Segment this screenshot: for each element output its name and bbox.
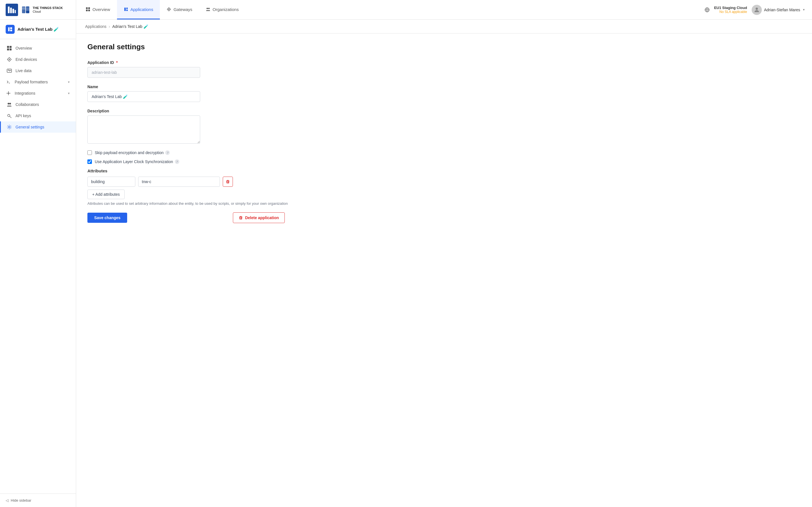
end-devices-icon: [6, 57, 12, 62]
svg-point-33: [9, 59, 10, 60]
description-section: Description: [87, 109, 319, 144]
delete-trash-icon: [239, 216, 243, 220]
sidebar-item-integrations[interactable]: Integrations ▼: [0, 88, 76, 99]
app-icon: [6, 25, 15, 34]
svg-rect-12: [86, 7, 88, 9]
sidebar-nav: Overview End devices Live data: [0, 39, 76, 494]
svg-rect-15: [88, 10, 90, 11]
trash-icon: [226, 180, 230, 184]
collaborators-icon: [6, 102, 12, 107]
svg-point-20: [207, 8, 208, 9]
avatar: [752, 5, 762, 15]
svg-rect-16: [124, 8, 126, 11]
sidebar-item-api-keys[interactable]: API keys: [0, 110, 76, 121]
attribute-value-input[interactable]: [138, 177, 220, 187]
gateways-icon: [167, 7, 171, 11]
nav-organizations[interactable]: Organizations: [199, 0, 246, 19]
globe-icon: [705, 7, 710, 12]
svg-rect-28: [10, 30, 12, 31]
nav-links: Overview Applications Gateways Organizat…: [79, 0, 698, 19]
integrations-expand-icon: ▼: [67, 92, 70, 95]
svg-rect-30: [10, 46, 11, 48]
sidebar-item-end-devices[interactable]: End devices: [0, 54, 76, 65]
alcs-row: Use Application Layer Clock Synchronizat…: [87, 159, 319, 164]
svg-point-40: [8, 126, 10, 128]
sidebar-item-collaborators[interactable]: Collaborators: [0, 99, 76, 110]
skip-payload-label: Skip payload encryption and decryption ?: [95, 151, 170, 155]
nav-overview[interactable]: Overview: [79, 0, 117, 19]
svg-point-36: [8, 93, 9, 94]
sidebar-app-header: Adrian's Test Lab 🧪: [0, 20, 76, 39]
description-label: Description: [87, 109, 319, 113]
sidebar-label-live-data: Live data: [15, 68, 32, 73]
attributes-label: Attributes: [87, 168, 319, 173]
svg-rect-9: [26, 8, 29, 8]
svg-rect-29: [7, 46, 9, 48]
add-attributes-button[interactable]: + Add attributes: [87, 189, 124, 199]
svg-rect-4: [15, 10, 16, 13]
svg-rect-17: [126, 8, 128, 9]
user-profile[interactable]: Adrian-Stefan Mares ▼: [752, 5, 805, 15]
sidebar-label-payload: Payload formatters: [15, 80, 48, 84]
svg-rect-5: [22, 6, 26, 13]
alcs-checkbox[interactable]: [87, 159, 92, 164]
attributes-section: Attributes + Add attributes Attributes c…: [87, 168, 319, 206]
skip-payload-help-icon[interactable]: ?: [165, 151, 170, 155]
applications-icon: [124, 7, 128, 11]
sidebar-label-overview: Overview: [15, 46, 32, 50]
topnav-right: EU1 Staging Cloud No SLA applicable Adri…: [698, 5, 812, 15]
skip-payload-checkbox[interactable]: [87, 151, 92, 155]
svg-rect-31: [7, 48, 9, 50]
description-input[interactable]: [87, 115, 200, 144]
sidebar-item-payload-formatters[interactable]: Payload formatters ▼: [0, 76, 76, 88]
required-marker: *: [116, 60, 117, 65]
organizations-icon: [206, 7, 210, 11]
delete-application-button[interactable]: Delete application: [233, 212, 285, 223]
svg-point-19: [168, 9, 169, 10]
name-input[interactable]: [87, 91, 200, 102]
nav-gateways[interactable]: Gateways: [160, 0, 199, 19]
sidebar-item-general-settings[interactable]: General settings: [0, 121, 76, 133]
attribute-delete-button[interactable]: [223, 177, 233, 187]
nav-applications[interactable]: Applications: [117, 0, 160, 19]
payload-expand-icon: ▼: [67, 80, 70, 83]
user-menu-chevron: ▼: [802, 8, 805, 11]
alcs-label: Use Application Layer Clock Synchronizat…: [95, 159, 179, 164]
sidebar-label-api-keys: API keys: [15, 114, 31, 118]
attribute-key-input[interactable]: [87, 177, 135, 187]
action-buttons: Save changes Delete application: [87, 212, 285, 223]
svg-rect-3: [12, 9, 14, 13]
svg-rect-26: [8, 27, 10, 31]
save-changes-button[interactable]: Save changes: [87, 213, 127, 223]
hide-sidebar-label: Hide sidebar: [11, 498, 31, 503]
breadcrumb: Applications › Adrian's Test Lab 🧪: [76, 20, 812, 34]
server-badge: EU1 Staging Cloud No SLA applicable: [714, 6, 747, 14]
svg-point-37: [8, 103, 9, 105]
page-title: General settings: [87, 43, 319, 51]
sidebar-item-live-data[interactable]: Live data: [0, 65, 76, 76]
svg-rect-8: [22, 9, 26, 9]
api-keys-icon: [6, 113, 12, 119]
svg-point-25: [756, 8, 758, 10]
overview-icon: [6, 45, 12, 51]
breadcrumb-applications[interactable]: Applications: [85, 24, 107, 29]
logo-area: THE THINGS STACK Cloud: [0, 0, 76, 19]
svg-rect-1: [8, 6, 10, 13]
app-id-section: Application ID *: [87, 60, 319, 78]
page-content: General settings Application ID * Name D…: [76, 34, 330, 232]
brand-text: THE THINGS STACK Cloud: [21, 6, 63, 14]
app-id-input[interactable]: [87, 67, 200, 78]
skip-payload-row: Skip payload encryption and decryption ?: [87, 151, 319, 155]
svg-point-38: [9, 103, 11, 105]
brand-name: THE THINGS STACK: [33, 6, 63, 10]
hide-sidebar-button[interactable]: ◁ Hide sidebar: [6, 498, 70, 503]
svg-rect-13: [88, 7, 90, 9]
hide-sidebar-arrow: ◁: [6, 498, 8, 503]
svg-rect-27: [10, 27, 12, 29]
svg-rect-14: [86, 10, 88, 11]
svg-rect-11: [26, 10, 29, 10]
sidebar-item-overview[interactable]: Overview: [0, 43, 76, 54]
alcs-help-icon[interactable]: ?: [175, 159, 179, 164]
svg-rect-2: [10, 8, 12, 13]
ttn-logo-icon: [6, 4, 18, 16]
